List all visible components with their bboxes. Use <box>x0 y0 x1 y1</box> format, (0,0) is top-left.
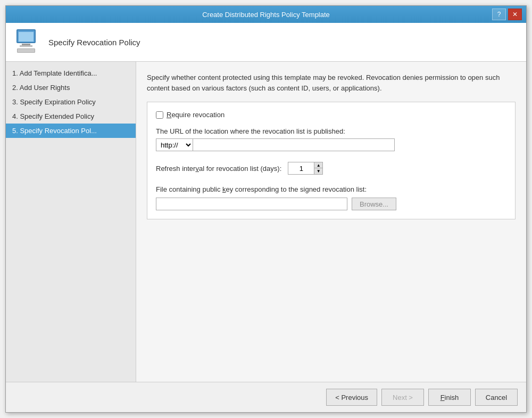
close-button[interactable]: ✕ <box>508 9 522 20</box>
pubkey-label: File containing public key corresponding… <box>156 185 506 193</box>
spinner-up-button[interactable]: ▲ <box>314 162 322 168</box>
footer: < Previous Next > Finish Cancel <box>6 382 526 412</box>
url-field-label: The URL of the location where the revoca… <box>156 127 506 135</box>
help-button[interactable]: ? <box>492 9 506 20</box>
url-input[interactable] <box>193 138 395 151</box>
sidebar-item-step5[interactable]: 5. Specify Revocation Pol... <box>6 124 136 138</box>
refresh-spinner: ▲ ▼ <box>288 162 323 175</box>
spinner-down-button[interactable]: ▼ <box>314 168 322 174</box>
computer-icon <box>14 29 40 55</box>
window-title: Create Distributed Rights Policy Templat… <box>40 11 492 19</box>
refresh-row: Refresh interval for revocation list (da… <box>156 162 506 175</box>
sidebar-item-step1[interactable]: 1. Add Template Identifica... <box>6 66 136 80</box>
pubkey-row: Browse... <box>156 198 506 210</box>
title-bar: Create Distributed Rights Policy Templat… <box>6 6 526 23</box>
spinner-buttons: ▲ ▼ <box>314 162 322 174</box>
main-window: Create Distributed Rights Policy Templat… <box>5 5 527 413</box>
require-revocation-label[interactable]: Require revocation <box>167 111 225 119</box>
require-revocation-checkbox[interactable] <box>156 111 163 119</box>
header-title: Specify Revocation Policy <box>48 38 140 47</box>
sidebar: 1. Add Template Identifica... 2. Add Use… <box>6 62 136 382</box>
require-revocation-row: Require revocation <box>156 111 506 119</box>
sidebar-item-step3[interactable]: 3. Specify Expiration Policy <box>6 95 136 109</box>
sidebar-item-step2[interactable]: 2. Add User Rights <box>6 80 136 95</box>
sidebar-item-step4[interactable]: 4. Specify Extended Policy <box>6 109 136 124</box>
url-row: http:// https:// ftp:// <box>156 138 506 151</box>
url-protocol-select[interactable]: http:// https:// ftp:// <box>156 138 193 151</box>
description-text: Specify whether content protected using … <box>147 72 516 93</box>
header-section: Specify Revocation Policy <box>6 23 526 62</box>
browse-button[interactable]: Browse... <box>352 198 396 210</box>
refresh-label: Refresh interval for revocation list (da… <box>156 165 281 173</box>
next-button[interactable]: Next > <box>381 389 424 406</box>
form-panel: Require revocation The URL of the locati… <box>147 102 516 219</box>
body: 1. Add Template Identifica... 2. Add Use… <box>6 62 526 382</box>
title-bar-buttons: ? ✕ <box>492 9 522 20</box>
previous-button[interactable]: < Previous <box>326 389 377 406</box>
cancel-button[interactable]: Cancel <box>475 389 518 406</box>
refresh-value-input[interactable] <box>288 162 314 174</box>
finish-button[interactable]: Finish <box>428 389 471 406</box>
main-content: Specify whether content protected using … <box>136 62 526 382</box>
pubkey-input[interactable] <box>156 198 347 210</box>
